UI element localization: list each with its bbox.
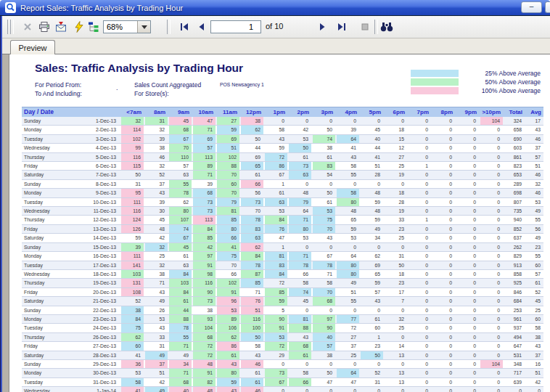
value-cell: 0	[455, 287, 479, 296]
value-cell: 102	[216, 152, 239, 161]
tab-preview[interactable]: Preview	[10, 40, 55, 54]
value-cell: 0	[431, 314, 455, 323]
value-cell: 86	[216, 342, 239, 351]
previous-page-button[interactable]	[197, 20, 205, 33]
value-cell: 85	[216, 216, 239, 224]
col-header: 6pm	[383, 107, 407, 118]
value-cell: 0	[479, 314, 503, 323]
col-header: 3pm	[311, 107, 335, 118]
value-cell: 84	[120, 314, 144, 323]
value-cell: 70	[168, 144, 192, 152]
value-cell: 71	[168, 342, 192, 351]
group-tree-button[interactable]	[88, 20, 99, 33]
next-page-button[interactable]	[319, 20, 327, 33]
value-cell: 54	[311, 171, 335, 179]
table-row: Thursday12-Dec-1312445107113857884717565…	[22, 216, 543, 224]
value-cell: 0	[431, 359, 455, 368]
table-row: Friday27-Dec-136031717286587268573723140…	[22, 342, 543, 351]
date-cell: 17-Dec-13	[76, 261, 120, 269]
value-cell: 0	[431, 252, 455, 261]
value-cell: 42	[144, 377, 168, 386]
value-cell: 0	[431, 234, 455, 242]
value-cell: 494	[503, 332, 525, 341]
value-cell: 735	[503, 207, 525, 216]
table-row: Thursday26-Dec-1362335568625053434027100…	[22, 332, 543, 341]
value-cell: 940	[503, 216, 525, 224]
value-cell: 0	[359, 242, 383, 251]
value-cell: 0	[455, 197, 479, 206]
value-cell: 71	[287, 252, 311, 261]
stop-icon	[361, 23, 369, 30]
value-cell: 658	[503, 126, 525, 134]
value-cell: 69	[192, 134, 216, 143]
print-button[interactable]	[38, 20, 50, 33]
value-cell: 1	[263, 179, 287, 188]
value-cell: 0	[407, 369, 431, 377]
value-cell: 0	[455, 144, 479, 152]
value-cell: 72	[192, 342, 216, 351]
day-cell: Thursday	[22, 152, 76, 161]
date-cell: 6-Dec-13	[76, 162, 120, 171]
col-header: Total	[503, 107, 525, 118]
date-cell: 15-Dec-13	[76, 242, 120, 251]
value-cell: 72	[263, 152, 287, 161]
value-cell: 51	[359, 162, 383, 171]
day-cell: Friday	[22, 287, 76, 296]
value-cell: 0	[431, 387, 455, 392]
export-email-button[interactable]	[55, 20, 67, 33]
value-cell: 0	[455, 162, 479, 171]
zoom-combobox[interactable]: 68%	[103, 20, 151, 33]
value-cell: 324	[503, 117, 525, 126]
value-cell: 60	[525, 261, 543, 269]
value-cell: 48	[192, 359, 216, 368]
value-cell: 68	[168, 126, 192, 134]
value-cell: 69	[359, 261, 383, 269]
value-cell: 39	[144, 134, 168, 143]
last-page-button[interactable]	[337, 20, 346, 33]
value-cell: 68	[311, 297, 335, 306]
value-cell: 52	[144, 171, 168, 179]
value-cell: 38	[311, 351, 335, 359]
value-cell: 0	[431, 342, 455, 351]
zoom-dropdown-button[interactable]	[137, 21, 150, 33]
search-button[interactable]	[380, 20, 393, 33]
value-cell: 61	[287, 152, 311, 161]
value-cell: 50	[239, 332, 263, 341]
value-cell: 41	[359, 152, 383, 161]
window-title: Report Sales: Traffic Analysis by Tradin…	[20, 4, 183, 12]
value-cell: 0	[311, 359, 335, 368]
value-cell: 83	[239, 224, 263, 233]
maximize-button-partial[interactable]	[545, 1, 550, 13]
date-cell: 28-Dec-13	[76, 351, 120, 359]
value-cell: 0	[479, 234, 503, 242]
value-cell: 104	[192, 324, 216, 332]
value-cell: 27	[216, 117, 239, 126]
refresh-button[interactable]	[73, 20, 85, 33]
value-cell: 90	[263, 314, 287, 323]
value-cell: 0	[407, 324, 431, 332]
value-cell: 115	[120, 162, 144, 171]
value-cell: 0	[287, 179, 311, 188]
value-cell: 0	[479, 242, 503, 251]
minimize-button[interactable]: –	[521, 1, 542, 13]
date-cell: 4-Dec-13	[76, 144, 120, 152]
stop-button[interactable]	[361, 20, 369, 33]
page-number-input[interactable]: 1	[210, 20, 261, 33]
value-cell: 46	[239, 387, 263, 392]
date-cell: 13-Dec-13	[76, 224, 120, 233]
value-cell: 289	[503, 179, 525, 188]
value-cell: 52	[120, 297, 144, 306]
value-cell: 53	[335, 234, 359, 242]
legend-label-25: 25% Above Average	[485, 70, 541, 77]
value-cell: 0	[407, 269, 431, 278]
value-cell: 53	[263, 207, 287, 216]
value-cell: 74	[168, 224, 192, 233]
value-cell: 0	[431, 179, 455, 188]
first-page-button[interactable]	[180, 20, 189, 33]
value-cell: 46	[239, 359, 263, 368]
close-preview-button[interactable]	[22, 20, 33, 33]
value-cell: 84	[168, 269, 192, 278]
value-cell: 0	[479, 224, 503, 233]
printer-icon	[38, 21, 50, 33]
value-cell: 32	[144, 242, 168, 251]
